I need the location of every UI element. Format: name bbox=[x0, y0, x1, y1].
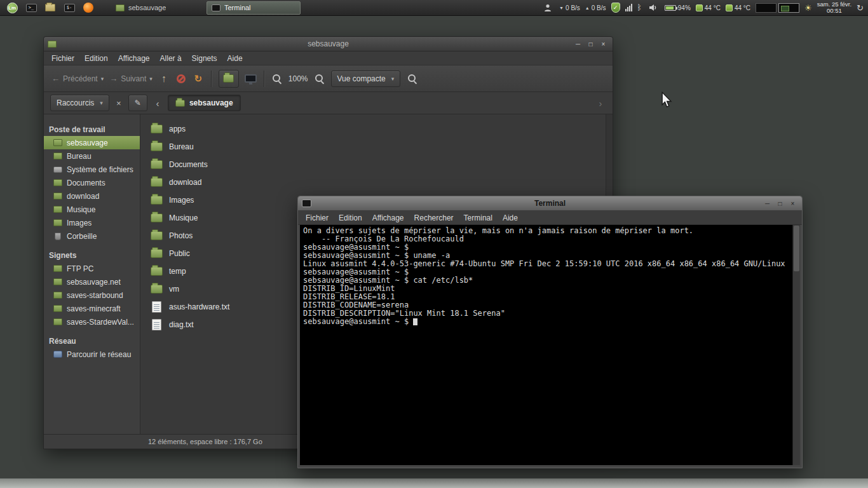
status-text: 12 éléments, espace libre : 176,7 Go bbox=[148, 438, 262, 445]
scrollbar-thumb[interactable] bbox=[794, 226, 799, 271]
sidebar-item[interactable]: Réseau bbox=[44, 334, 140, 348]
battery-icon bbox=[665, 5, 676, 11]
file-item[interactable]: vm bbox=[147, 280, 293, 298]
search-button[interactable] bbox=[406, 74, 417, 83]
brightness-icon[interactable]: ☀ bbox=[804, 4, 812, 12]
terminal-launcher[interactable]: >_ bbox=[25, 1, 37, 15]
up-button[interactable]: ↑ bbox=[158, 73, 170, 85]
fm-window-controls: ─ □ × bbox=[573, 39, 609, 49]
battery-applet[interactable]: 94% bbox=[665, 4, 691, 11]
file-item[interactable]: Public bbox=[147, 245, 293, 262]
back-button[interactable]: ← Précédent ▾ bbox=[51, 74, 104, 83]
terminal-menu-item[interactable]: Rechercher bbox=[409, 212, 459, 224]
shortcuts-select[interactable]: Raccourcis ▾ bbox=[50, 95, 109, 111]
view-mode-select[interactable]: Vue compacte ▾ bbox=[331, 71, 401, 87]
sidebar-item[interactable]: saves-starbound bbox=[44, 288, 140, 302]
workspace-2[interactable] bbox=[778, 3, 799, 13]
terminal-menu-item[interactable]: Terminal bbox=[459, 212, 498, 224]
sidebar-item[interactable]: Parcourir le réseau bbox=[44, 348, 140, 361]
file-item[interactable]: Musique bbox=[147, 209, 293, 227]
terminal-scrollbar[interactable] bbox=[792, 225, 800, 465]
home-button[interactable] bbox=[219, 70, 239, 88]
computer-button[interactable] bbox=[245, 74, 257, 83]
volume-icon[interactable] bbox=[647, 1, 660, 15]
window-button[interactable]: sebsauvage bbox=[111, 1, 205, 15]
fm-maximize-button[interactable]: □ bbox=[585, 39, 596, 49]
update-manager-icon[interactable]: ↻ bbox=[857, 4, 864, 12]
terminal-menu-item[interactable]: Edition bbox=[334, 212, 367, 224]
file-item[interactable]: diag.txt bbox=[147, 316, 293, 334]
fm-menu-item[interactable]: Aide bbox=[222, 53, 248, 64]
sidebar-item[interactable]: download bbox=[44, 189, 140, 203]
terminal-titlebar[interactable]: Terminal ─ □ × bbox=[298, 196, 802, 211]
forward-dropdown-icon[interactable]: ▾ bbox=[149, 76, 153, 82]
net-upload-applet[interactable]: ▲ 0 B/s bbox=[585, 4, 606, 11]
sidebar-item[interactable]: Signets bbox=[44, 248, 140, 262]
terminal-minimize-button[interactable]: ─ bbox=[762, 199, 773, 208]
fm-titlebar[interactable]: sebsauvage ─ □ × bbox=[44, 37, 613, 51]
network-signal-icon[interactable] bbox=[625, 4, 632, 11]
sidebar-item[interactable]: Images bbox=[44, 216, 140, 229]
fm-minimize-button[interactable]: ─ bbox=[573, 39, 583, 49]
user-applet-icon[interactable] bbox=[541, 1, 554, 15]
file-item[interactable]: Images bbox=[147, 191, 293, 209]
temperature-applet-1[interactable]: 44 °C bbox=[696, 4, 721, 11]
sidebar-item[interactable]: Documents bbox=[44, 176, 140, 189]
terminal-menu-item[interactable]: Fichier bbox=[301, 212, 334, 224]
sidebar-item[interactable]: Poste de travail bbox=[44, 123, 140, 136]
forward-button[interactable]: → Suivant ▾ bbox=[109, 74, 153, 83]
sidebar-item[interactable]: Musique bbox=[44, 203, 140, 216]
remove-shortcut-button[interactable]: × bbox=[114, 98, 124, 108]
sidebar-item[interactable]: sebsauvage.net bbox=[44, 275, 140, 288]
fm-menu-item[interactable]: Affichage bbox=[113, 53, 155, 64]
net-download-applet[interactable]: ▼ 0 B/s bbox=[559, 4, 580, 11]
sidebar-item[interactable]: sebsauvage bbox=[44, 136, 140, 149]
stop-button[interactable] bbox=[175, 74, 187, 83]
files-launcher[interactable] bbox=[44, 1, 57, 15]
sidebar-item[interactable]: Corbeille bbox=[44, 229, 140, 243]
fm-menu-item[interactable]: Signets bbox=[187, 53, 222, 64]
window-button[interactable]: Terminal bbox=[207, 1, 301, 15]
file-item[interactable]: apps bbox=[147, 120, 293, 138]
file-item[interactable]: asus-hardware.txt bbox=[147, 298, 293, 316]
terminal-menu-item[interactable]: Aide bbox=[498, 212, 523, 224]
terminal-close-button[interactable]: × bbox=[787, 199, 798, 208]
zoom-in-button[interactable] bbox=[314, 74, 325, 83]
fm-close-button[interactable]: × bbox=[598, 39, 609, 49]
fm-menu-item[interactable]: Edition bbox=[79, 53, 113, 64]
sidebar-item[interactable]: FTP PC bbox=[44, 262, 140, 275]
back-dropdown-icon[interactable]: ▾ bbox=[101, 76, 104, 82]
desktop[interactable]: sebsauvage ─ □ × FichierEditionAffichage… bbox=[0, 0, 868, 488]
file-icon bbox=[151, 285, 163, 294]
fm-menu-item[interactable]: Aller à bbox=[155, 53, 187, 64]
temperature-applet-2[interactable]: 44 °C bbox=[726, 4, 750, 11]
workspace-1[interactable] bbox=[756, 3, 776, 13]
firewall-shield-icon[interactable]: ✓ bbox=[611, 3, 620, 13]
breadcrumb-scroll-left-button[interactable]: ‹ bbox=[152, 98, 163, 109]
file-item[interactable]: Photos bbox=[147, 227, 293, 245]
terminal-menu-item[interactable]: Affichage bbox=[367, 212, 409, 224]
breadcrumb-scroll-right-button[interactable]: › bbox=[595, 98, 606, 109]
edit-location-button[interactable]: ✎ bbox=[128, 95, 147, 111]
breadcrumb-sebsauvage[interactable]: sebsauvage bbox=[168, 95, 241, 111]
clock-applet[interactable]: sam. 25 févr. 00:51 bbox=[817, 1, 851, 14]
prompt-launcher[interactable]: $- bbox=[63, 1, 76, 15]
fm-menu-item[interactable]: Fichier bbox=[46, 53, 79, 64]
mint-menu-button[interactable]: Lm bbox=[6, 1, 18, 15]
file-item[interactable]: Bureau bbox=[147, 138, 293, 156]
terminal-maximize-button[interactable]: □ bbox=[775, 199, 785, 208]
sidebar-item[interactable]: Système de fichiers bbox=[44, 163, 140, 176]
file-item[interactable]: temp bbox=[147, 262, 293, 280]
file-item[interactable]: download bbox=[147, 173, 293, 191]
sidebar-item[interactable]: saves-StardewVal... bbox=[44, 315, 140, 329]
terminal-screen[interactable]: On a divers sujets de mépriser la vie, m… bbox=[300, 225, 800, 465]
refresh-button[interactable]: ↻ bbox=[193, 73, 204, 85]
zoom-out-button[interactable] bbox=[271, 74, 283, 83]
bluetooth-icon[interactable]: ᛒ bbox=[637, 4, 642, 11]
firefox-launcher[interactable] bbox=[82, 1, 95, 15]
file-item[interactable]: Documents bbox=[147, 156, 293, 173]
sidebar-item[interactable]: Bureau bbox=[44, 149, 140, 163]
sidebar-item[interactable]: saves-minecraft bbox=[44, 302, 140, 315]
download-speed-value: 0 B/s bbox=[566, 4, 580, 11]
sidebar-item-label: Poste de travail bbox=[49, 125, 105, 134]
